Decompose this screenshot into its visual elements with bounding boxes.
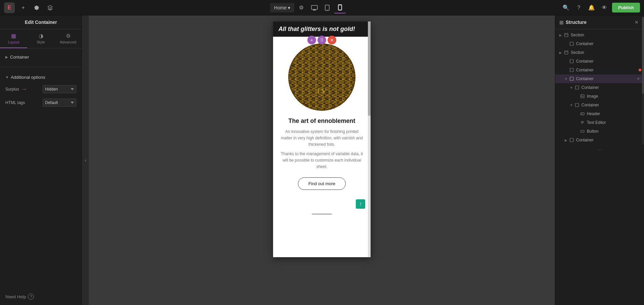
left-panel: Edit Container ▦ Layout ◑ Style ⚙ Advanc…	[0, 15, 82, 305]
container6-label: Container	[581, 103, 641, 107]
tree-container-7[interactable]: ▶ Container	[555, 136, 644, 144]
tree-header-1[interactable]: H Header	[555, 109, 644, 118]
svg-rect-34	[570, 77, 573, 80]
html-tags-select[interactable]: Default div header footer main section	[43, 99, 76, 107]
structure-tree: ▶ Section Container ▶ Sectio	[555, 29, 644, 305]
publish-button[interactable]: Publish	[612, 3, 640, 12]
additional-options-arrow: ▼	[5, 75, 9, 79]
svg-point-4	[327, 9, 328, 10]
logo[interactable]: E	[4, 2, 15, 13]
element-toolbar: + ⠿ ✕	[307, 36, 336, 44]
desktop-device-btn[interactable]	[308, 2, 320, 13]
svg-rect-44	[581, 130, 584, 132]
circular-image: LV	[288, 43, 355, 111]
container3-label: Container	[576, 68, 638, 72]
woven-image-svg: LV	[288, 43, 355, 111]
tree-button-1[interactable]: Button	[555, 127, 644, 136]
tab-layout[interactable]: ▦ Layout	[0, 29, 27, 48]
content-image-area: LV	[273, 37, 371, 114]
frame-scrollbar[interactable]	[368, 22, 371, 257]
device-switcher	[308, 2, 346, 13]
section2-icon	[563, 49, 569, 56]
structure-scrollbar[interactable]	[642, 17, 644, 145]
additional-options-header[interactable]: ▼ Additional options	[5, 72, 76, 82]
html-tags-field-row: HTML tags Default div header footer main…	[5, 96, 76, 109]
tree-container-1[interactable]: Container	[555, 39, 644, 48]
panel-title: Edit Container	[0, 15, 82, 29]
container-header[interactable]: ▶ Container	[5, 52, 76, 62]
svg-rect-0	[311, 5, 317, 9]
canvas-scroll: All that glitters is not gold! + ⠿ ✕	[89, 15, 555, 305]
gear-settings-button[interactable]: ⚙	[296, 3, 306, 13]
page-frame: All that glitters is not gold! + ⠿ ✕	[273, 22, 371, 257]
tab-style[interactable]: ◑ Style	[27, 29, 54, 48]
tree-container-5[interactable]: ▼ Container	[555, 83, 644, 92]
find-out-more-button[interactable]: Find out more	[298, 177, 346, 190]
tree-section-2[interactable]: ▶ Section	[555, 48, 644, 57]
tree-texteditor-1[interactable]: Text Editor	[555, 118, 644, 127]
section2-expand[interactable]: ▶	[558, 50, 563, 55]
surplus-label-container: Surplus →	[5, 86, 27, 93]
tree-image-1[interactable]: Image	[555, 92, 644, 101]
container6-expand[interactable]: ▼	[569, 102, 574, 108]
container4-label: Container	[576, 76, 635, 81]
tree-container-4[interactable]: ▼ Container 👁	[555, 74, 644, 83]
settings-icon-btn[interactable]	[32, 3, 42, 13]
mobile-device-btn[interactable]	[334, 2, 346, 13]
canvas-area: All that glitters is not gold! + ⠿ ✕	[89, 15, 555, 305]
container7-expand[interactable]: ▶	[563, 137, 569, 143]
svg-rect-35	[575, 86, 579, 89]
notifications-icon-btn[interactable]: 🔔	[586, 3, 597, 13]
help-circle-icon: ?	[28, 294, 34, 300]
search-icon-btn[interactable]: 🔍	[561, 3, 571, 13]
teal-arrow-icon[interactable]: ↑	[356, 199, 365, 209]
top-bar-left: E +	[4, 2, 55, 13]
texteditor1-icon	[579, 120, 585, 126]
image1-label: Image	[587, 94, 641, 99]
remove-element-btn[interactable]: ✕	[328, 36, 336, 44]
collapse-panel-btn[interactable]: ‹	[82, 15, 89, 305]
svg-rect-3	[325, 5, 329, 10]
home-button[interactable]: Home ▾	[270, 3, 294, 12]
section1-expand[interactable]: ▶	[558, 32, 563, 38]
surplus-label: Surplus	[5, 87, 19, 92]
visibility-toggle[interactable]: 👁	[635, 76, 641, 82]
help-row[interactable]: Need Help ?	[0, 288, 82, 305]
container2-icon	[569, 58, 575, 64]
surplus-select[interactable]: Hidden Default Auto Scroll	[43, 85, 76, 93]
add-element-btn[interactable]: +	[307, 36, 316, 44]
container4-expand[interactable]: ▼	[563, 76, 569, 81]
svg-rect-45	[570, 138, 573, 142]
main-layout: Edit Container ▦ Layout ◑ Style ⚙ Advanc…	[0, 15, 644, 305]
button1-expand	[574, 129, 579, 134]
art-title: The art of ennoblement	[280, 117, 364, 125]
additional-options-section: ▼ Additional options Surplus → Hidden De…	[0, 69, 82, 113]
header1-expand	[574, 111, 579, 116]
art-description-1: An innovative system for finishing print…	[280, 129, 364, 148]
panel-tabs: ▦ Layout ◑ Style ⚙ Advanced	[0, 29, 82, 48]
tree-container-2[interactable]: Container	[555, 57, 644, 66]
advanced-tab-icon: ⚙	[66, 33, 71, 39]
structure-scrollbar-thumb	[642, 17, 644, 94]
section1-icon	[563, 32, 569, 38]
tree-section-1[interactable]: ▶ Section	[555, 31, 644, 39]
tablet-device-btn[interactable]	[321, 2, 333, 13]
layers-icon-btn[interactable]	[45, 3, 55, 13]
eye-preview-btn[interactable]: 👁	[599, 3, 609, 13]
container7-icon	[569, 137, 575, 143]
container5-expand[interactable]: ▼	[569, 85, 574, 90]
help-label: Need Help	[5, 294, 26, 299]
add-button[interactable]: +	[18, 3, 28, 13]
page-header-text: All that glitters is not gold!	[278, 26, 355, 33]
svg-rect-33	[570, 68, 573, 72]
style-tab-icon: ◑	[39, 33, 43, 39]
tree-container-3[interactable]: Container	[555, 66, 644, 74]
svg-rect-29	[570, 42, 573, 45]
drag-element-btn[interactable]: ⠿	[317, 36, 326, 44]
structure-close-btn[interactable]: ✕	[633, 19, 640, 26]
svg-point-6	[340, 9, 340, 10]
tree-container-6[interactable]: ▼ Container	[555, 101, 644, 109]
svg-rect-36	[581, 95, 584, 98]
tab-advanced[interactable]: ⚙ Advanced	[54, 29, 82, 48]
help-icon-btn[interactable]: ?	[574, 3, 584, 13]
